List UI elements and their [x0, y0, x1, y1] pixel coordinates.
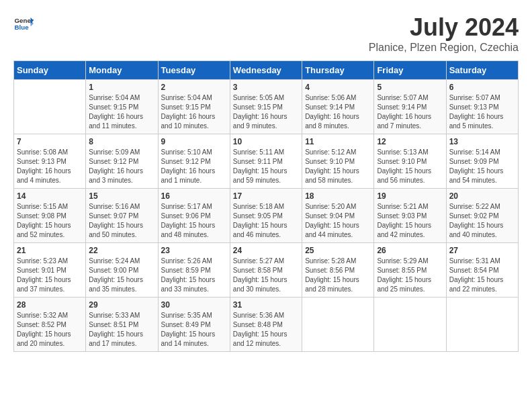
- day-number: 4: [305, 83, 371, 92]
- calendar-cell: 14 Sunrise: 5:15 AMSunset: 9:08 PMDaylig…: [14, 189, 86, 243]
- calendar-cell: 17 Sunrise: 5:18 AMSunset: 9:05 PMDaylig…: [230, 189, 302, 243]
- weekday-header: Monday: [86, 61, 158, 80]
- calendar-week-row: 7 Sunrise: 5:08 AMSunset: 9:13 PMDayligh…: [14, 134, 519, 189]
- calendar-cell: [446, 298, 518, 352]
- day-number: 5: [377, 83, 443, 92]
- calendar-cell: [14, 80, 86, 134]
- day-info: Sunrise: 5:10 AMSunset: 9:12 PMDaylight:…: [161, 148, 227, 185]
- weekday-header: Thursday: [302, 61, 374, 80]
- calendar-week-row: 28 Sunrise: 5:32 AMSunset: 8:52 PMDaylig…: [14, 298, 519, 352]
- day-number: 15: [89, 191, 154, 201]
- day-number: 27: [449, 246, 515, 255]
- calendar-cell: 16 Sunrise: 5:17 AMSunset: 9:06 PMDaylig…: [158, 189, 230, 243]
- weekday-header: Saturday: [446, 61, 518, 80]
- day-number: 11: [305, 137, 371, 146]
- calendar-cell: 18 Sunrise: 5:20 AMSunset: 9:04 PMDaylig…: [302, 189, 374, 243]
- day-number: 21: [17, 246, 83, 255]
- day-number: 6: [449, 83, 515, 92]
- logo-icon: General Blue: [13, 13, 34, 34]
- calendar-week-row: 1 Sunrise: 5:04 AMSunset: 9:15 PMDayligh…: [14, 80, 519, 134]
- day-number: 23: [161, 246, 227, 255]
- calendar-cell: 12 Sunrise: 5:13 AMSunset: 9:10 PMDaylig…: [374, 134, 446, 189]
- weekday-row: SundayMondayTuesdayWednesdayThursdayFrid…: [14, 61, 519, 80]
- day-info: Sunrise: 5:26 AMSunset: 8:59 PMDaylight:…: [161, 257, 227, 294]
- day-number: 2: [161, 83, 227, 92]
- calendar-cell: 21 Sunrise: 5:23 AMSunset: 9:01 PMDaylig…: [14, 243, 86, 298]
- calendar-cell: 10 Sunrise: 5:11 AMSunset: 9:11 PMDaylig…: [230, 134, 302, 189]
- day-info: Sunrise: 5:05 AMSunset: 9:15 PMDaylight:…: [233, 93, 299, 131]
- month-year-title: July 2024: [369, 13, 519, 42]
- day-info: Sunrise: 5:24 AMSunset: 9:00 PMDaylight:…: [89, 257, 154, 294]
- day-info: Sunrise: 5:32 AMSunset: 8:52 PMDaylight:…: [17, 311, 83, 349]
- calendar-cell: 20 Sunrise: 5:22 AMSunset: 9:02 PMDaylig…: [446, 189, 518, 243]
- day-info: Sunrise: 5:36 AMSunset: 8:48 PMDaylight:…: [233, 311, 299, 349]
- day-info: Sunrise: 5:29 AMSunset: 8:55 PMDaylight:…: [377, 257, 443, 294]
- day-number: 17: [233, 191, 299, 201]
- day-info: Sunrise: 5:09 AMSunset: 9:12 PMDaylight:…: [89, 148, 154, 185]
- calendar-cell: 25 Sunrise: 5:28 AMSunset: 8:56 PMDaylig…: [302, 243, 374, 298]
- location-subtitle: Planice, Plzen Region, Czechia: [369, 42, 519, 54]
- day-number: 3: [233, 83, 299, 92]
- day-info: Sunrise: 5:33 AMSunset: 8:51 PMDaylight:…: [89, 311, 154, 349]
- day-info: Sunrise: 5:14 AMSunset: 9:09 PMDaylight:…: [449, 148, 515, 185]
- page-header: General Blue July 2024 Planice, Plzen Re…: [13, 13, 519, 54]
- calendar-cell: 28 Sunrise: 5:32 AMSunset: 8:52 PMDaylig…: [14, 298, 86, 352]
- calendar-cell: 5 Sunrise: 5:07 AMSunset: 9:14 PMDayligh…: [374, 80, 446, 134]
- day-number: 30: [161, 300, 227, 310]
- weekday-header: Wednesday: [230, 61, 302, 80]
- day-info: Sunrise: 5:20 AMSunset: 9:04 PMDaylight:…: [305, 202, 371, 240]
- calendar-cell: [302, 298, 374, 352]
- calendar-cell: 15 Sunrise: 5:16 AMSunset: 9:07 PMDaylig…: [86, 189, 158, 243]
- calendar-body: 1 Sunrise: 5:04 AMSunset: 9:15 PMDayligh…: [14, 80, 519, 352]
- calendar-cell: 27 Sunrise: 5:31 AMSunset: 8:54 PMDaylig…: [446, 243, 518, 298]
- weekday-header: Friday: [374, 61, 446, 80]
- day-info: Sunrise: 5:11 AMSunset: 9:11 PMDaylight:…: [233, 148, 299, 185]
- day-number: 22: [89, 246, 154, 255]
- day-info: Sunrise: 5:17 AMSunset: 9:06 PMDaylight:…: [161, 202, 227, 240]
- calendar-week-row: 14 Sunrise: 5:15 AMSunset: 9:08 PMDaylig…: [14, 189, 519, 243]
- day-number: 16: [161, 191, 227, 201]
- day-info: Sunrise: 5:07 AMSunset: 9:13 PMDaylight:…: [449, 93, 515, 131]
- calendar-table: SundayMondayTuesdayWednesdayThursdayFrid…: [13, 60, 519, 352]
- calendar-cell: 9 Sunrise: 5:10 AMSunset: 9:12 PMDayligh…: [158, 134, 230, 189]
- day-info: Sunrise: 5:22 AMSunset: 9:02 PMDaylight:…: [449, 202, 515, 240]
- svg-text:Blue: Blue: [15, 24, 30, 31]
- day-info: Sunrise: 5:28 AMSunset: 8:56 PMDaylight:…: [305, 257, 371, 294]
- calendar-cell: [374, 298, 446, 352]
- day-info: Sunrise: 5:31 AMSunset: 8:54 PMDaylight:…: [449, 257, 515, 294]
- day-number: 1: [89, 83, 154, 92]
- weekday-header: Tuesday: [158, 61, 230, 80]
- day-info: Sunrise: 5:23 AMSunset: 9:01 PMDaylight:…: [17, 257, 83, 294]
- day-info: Sunrise: 5:16 AMSunset: 9:07 PMDaylight:…: [89, 202, 154, 240]
- day-info: Sunrise: 5:18 AMSunset: 9:05 PMDaylight:…: [233, 202, 299, 240]
- day-number: 20: [449, 191, 515, 201]
- day-info: Sunrise: 5:06 AMSunset: 9:14 PMDaylight:…: [305, 93, 371, 131]
- day-info: Sunrise: 5:12 AMSunset: 9:10 PMDaylight:…: [305, 148, 371, 185]
- day-number: 29: [89, 300, 154, 310]
- calendar-cell: 2 Sunrise: 5:04 AMSunset: 9:15 PMDayligh…: [158, 80, 230, 134]
- day-number: 28: [17, 300, 83, 310]
- calendar-cell: 19 Sunrise: 5:21 AMSunset: 9:03 PMDaylig…: [374, 189, 446, 243]
- day-number: 25: [305, 246, 371, 255]
- logo: General Blue: [13, 13, 34, 34]
- calendar-cell: 6 Sunrise: 5:07 AMSunset: 9:13 PMDayligh…: [446, 80, 518, 134]
- title-block: July 2024 Planice, Plzen Region, Czechia: [369, 13, 519, 54]
- day-info: Sunrise: 5:15 AMSunset: 9:08 PMDaylight:…: [17, 202, 83, 240]
- calendar-cell: 3 Sunrise: 5:05 AMSunset: 9:15 PMDayligh…: [230, 80, 302, 134]
- calendar-cell: 26 Sunrise: 5:29 AMSunset: 8:55 PMDaylig…: [374, 243, 446, 298]
- calendar-header: SundayMondayTuesdayWednesdayThursdayFrid…: [14, 61, 519, 80]
- calendar-cell: 1 Sunrise: 5:04 AMSunset: 9:15 PMDayligh…: [86, 80, 158, 134]
- day-info: Sunrise: 5:35 AMSunset: 8:49 PMDaylight:…: [161, 311, 227, 349]
- day-number: 10: [233, 137, 299, 146]
- day-number: 24: [233, 246, 299, 255]
- day-info: Sunrise: 5:08 AMSunset: 9:13 PMDaylight:…: [17, 148, 83, 185]
- calendar-cell: 23 Sunrise: 5:26 AMSunset: 8:59 PMDaylig…: [158, 243, 230, 298]
- day-number: 8: [89, 137, 154, 146]
- calendar-cell: 7 Sunrise: 5:08 AMSunset: 9:13 PMDayligh…: [14, 134, 86, 189]
- calendar-cell: 11 Sunrise: 5:12 AMSunset: 9:10 PMDaylig…: [302, 134, 374, 189]
- day-number: 7: [17, 137, 83, 146]
- weekday-header: Sunday: [14, 61, 86, 80]
- day-number: 14: [17, 191, 83, 201]
- day-info: Sunrise: 5:07 AMSunset: 9:14 PMDaylight:…: [377, 93, 443, 131]
- calendar-cell: 13 Sunrise: 5:14 AMSunset: 9:09 PMDaylig…: [446, 134, 518, 189]
